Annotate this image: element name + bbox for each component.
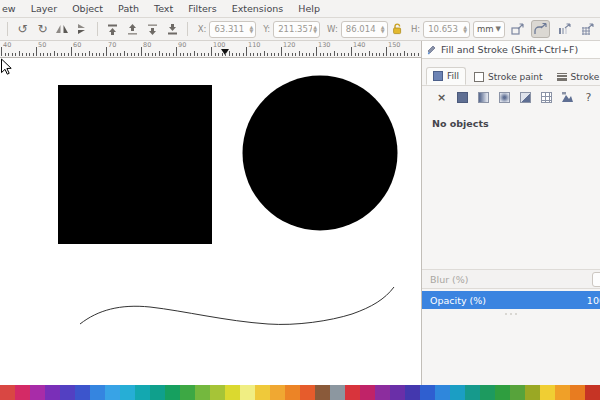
palette-swatch-12[interactable] <box>180 385 195 400</box>
panel-title-bar[interactable]: Fill and Stroke (Shift+Ctrl+F) <box>422 41 600 59</box>
raise-to-top-button[interactable] <box>104 20 121 38</box>
flat-color-button[interactable] <box>455 90 470 105</box>
lower-to-bottom-button[interactable] <box>164 20 181 38</box>
menu-item-layer[interactable]: Layer <box>31 3 58 14</box>
palette-swatch-37[interactable] <box>555 385 570 400</box>
drawn-square[interactable] <box>58 85 212 244</box>
palette-swatch-3[interactable] <box>45 385 60 400</box>
palette-swatch-14[interactable] <box>210 385 225 400</box>
w-input[interactable]: 86.014 ▲▼ <box>341 21 388 38</box>
palette-swatch-4[interactable] <box>60 385 75 400</box>
menu-item-path[interactable]: Path <box>118 3 139 14</box>
palette-swatch-16[interactable] <box>240 385 255 400</box>
menu-item-text[interactable]: Text <box>154 3 173 14</box>
x-input[interactable]: 63.311 ▲▼ <box>209 21 256 38</box>
mesh-pattern-button[interactable] <box>539 90 554 105</box>
lower-button[interactable] <box>144 20 161 38</box>
palette-swatch-29[interactable] <box>435 385 450 400</box>
linear-gradient-button[interactable] <box>476 90 491 105</box>
ruler-major-tick <box>316 47 317 56</box>
unknown-paint-button[interactable]: ? <box>581 90 596 105</box>
palette-swatch-30[interactable] <box>450 385 465 400</box>
tab-fill[interactable]: Fill <box>426 67 466 85</box>
palette-swatch-23[interactable] <box>345 385 360 400</box>
h-input[interactable]: 10.653 ▲▼ <box>423 21 470 38</box>
menu-item-help[interactable]: Help <box>298 3 320 14</box>
palette-swatch-33[interactable] <box>495 385 510 400</box>
palette-swatch-21[interactable] <box>315 385 330 400</box>
flip-vertical-button[interactable] <box>74 20 91 38</box>
rotate-cw-button[interactable]: ↻ <box>34 20 51 38</box>
blur-spinbox-partial[interactable] <box>592 272 600 287</box>
menu-item-object[interactable]: Object <box>72 3 103 14</box>
resize-handle-dots[interactable] <box>505 313 517 315</box>
swatch-button[interactable] <box>560 90 575 105</box>
palette-swatch-6[interactable] <box>90 385 105 400</box>
x-spinner[interactable]: ▲▼ <box>248 25 254 33</box>
palette-swatch-38[interactable] <box>570 385 585 400</box>
palette-swatch-26[interactable] <box>390 385 405 400</box>
ruler-minor-tick <box>15 53 16 56</box>
palette-swatch-13[interactable] <box>195 385 210 400</box>
palette-swatch-1[interactable] <box>15 385 30 400</box>
palette-swatch-10[interactable] <box>150 385 165 400</box>
palette-swatch-19[interactable] <box>285 385 300 400</box>
radial-gradient-button[interactable] <box>497 90 512 105</box>
ruler[interactable]: 405060708090100110120130140150 <box>0 41 421 58</box>
palette-swatch-20[interactable] <box>300 385 315 400</box>
menu-item-extensions[interactable]: Extensions <box>232 3 284 14</box>
blur-slider[interactable]: Blur (%) <box>422 269 600 289</box>
palette-swatch-0[interactable] <box>0 385 15 400</box>
drawn-curve[interactable] <box>80 287 394 324</box>
pattern-button[interactable] <box>518 90 533 105</box>
palette-swatch-36[interactable] <box>540 385 555 400</box>
h-spinner[interactable]: ▲▼ <box>462 25 468 33</box>
palette-swatch-15[interactable] <box>225 385 240 400</box>
tab-stroke-paint[interactable]: Stroke paint <box>468 69 549 85</box>
palette-swatch-9[interactable] <box>135 385 150 400</box>
tab-stroke-style[interactable]: Stroke style <box>551 69 600 85</box>
palette-swatch-18[interactable] <box>270 385 285 400</box>
palette-swatch-39[interactable] <box>585 385 600 400</box>
palette-swatch-34[interactable] <box>510 385 525 400</box>
y-spinner[interactable]: ▲▼ <box>312 25 318 33</box>
no-paint-button[interactable]: × <box>434 90 449 105</box>
palette-swatch-2[interactable] <box>30 385 45 400</box>
ruler-label: 50 <box>38 41 46 49</box>
y-input[interactable]: 211.357 ▲▼ <box>273 21 320 38</box>
palette-swatch-32[interactable] <box>480 385 495 400</box>
palette-swatch-22[interactable] <box>330 385 345 400</box>
lock-ratio-button[interactable] <box>391 20 404 38</box>
rotate-ccw-button[interactable]: ↺ <box>14 20 31 38</box>
scale-corners-toggle[interactable] <box>531 20 550 38</box>
menu-item-filters[interactable]: Filters <box>188 3 216 14</box>
palette-swatch-35[interactable] <box>525 385 540 400</box>
canvas[interactable] <box>0 58 421 385</box>
palette-swatch-31[interactable] <box>465 385 480 400</box>
move-gradients-toggle[interactable] <box>555 20 573 38</box>
w-spinner[interactable]: ▲▼ <box>380 25 386 33</box>
ruler-major-tick <box>211 47 212 56</box>
raise-button[interactable] <box>124 20 141 38</box>
drawn-circle[interactable] <box>243 76 398 231</box>
palette-swatch-24[interactable] <box>360 385 375 400</box>
unit-select[interactable]: mm ▼ <box>473 21 505 38</box>
workspace: 405060708090100110120130140150 Fill <box>0 41 600 385</box>
move-patterns-toggle[interactable] <box>578 20 596 38</box>
palette-swatch-7[interactable] <box>105 385 120 400</box>
palette-swatch-27[interactable] <box>405 385 420 400</box>
palette-swatch-11[interactable] <box>165 385 180 400</box>
palette-swatch-25[interactable] <box>375 385 390 400</box>
palette-swatch-17[interactable] <box>255 385 270 400</box>
ruler-minor-tick <box>12 53 13 56</box>
ruler-minor-tick <box>99 53 100 56</box>
scale-stroke-toggle[interactable] <box>508 20 526 38</box>
palette-swatch-28[interactable] <box>420 385 435 400</box>
flip-horizontal-button[interactable] <box>54 20 71 38</box>
palette-swatch-5[interactable] <box>75 385 90 400</box>
opacity-value: 100 <box>587 295 600 306</box>
opacity-slider[interactable]: Opacity (%) 100 <box>422 291 600 309</box>
menu-item-ew[interactable]: ew <box>2 3 16 14</box>
palette-swatch-8[interactable] <box>120 385 135 400</box>
ruler-minor-tick <box>29 53 30 56</box>
